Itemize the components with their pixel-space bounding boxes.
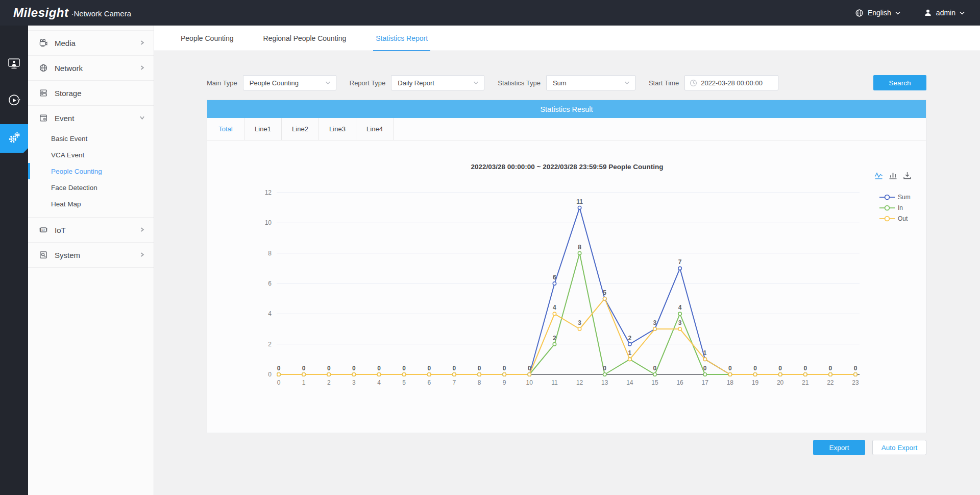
settings-icon [7, 130, 21, 147]
svg-text:0: 0 [854, 365, 857, 372]
report-type-label: Report Type [350, 79, 386, 87]
product-name: ·Network Camera [71, 9, 132, 18]
user-icon [924, 9, 932, 17]
sidebar-item-iot[interactable]: IoTIoT [28, 218, 154, 242]
main-type-label: Main Type [207, 79, 237, 87]
language-label: English [868, 9, 891, 17]
svg-text:2: 2 [553, 335, 556, 342]
svg-text:20: 20 [777, 379, 784, 386]
legend-label: Out [898, 215, 908, 222]
panel-tab-total[interactable]: Total [207, 118, 244, 140]
svg-text:0: 0 [268, 371, 272, 378]
svg-text:1: 1 [628, 349, 631, 357]
statistics-type-select[interactable]: Sum [546, 75, 635, 90]
tab-people-counting[interactable]: People Counting [166, 26, 249, 51]
svg-text:6: 6 [553, 274, 556, 281]
svg-text:6: 6 [427, 379, 431, 386]
svg-text:0: 0 [352, 365, 356, 372]
sidebar-item-event[interactable]: Event [28, 106, 154, 130]
svg-text:0: 0 [778, 365, 782, 372]
tab-regional-people-counting[interactable]: Regional People Counting [249, 26, 361, 51]
legend-item-sum[interactable]: Sum [879, 194, 911, 201]
svg-text:7: 7 [453, 379, 456, 386]
legend-item-in[interactable]: In [879, 204, 911, 211]
svg-text:0: 0 [427, 365, 431, 372]
bar-chart-icon[interactable] [889, 171, 897, 182]
legend-item-out[interactable]: Out [879, 215, 911, 222]
svg-text:3: 3 [653, 319, 657, 326]
svg-text:0: 0 [503, 365, 506, 372]
line-chart-icon[interactable] [874, 171, 883, 182]
sidebar-item-label: Storage [55, 89, 145, 98]
svg-text:1: 1 [302, 379, 306, 386]
sidebar-item-media[interactable]: Media [28, 31, 154, 55]
media-icon [39, 38, 48, 48]
sidebar-group-network: Network [28, 56, 154, 81]
svg-text:4: 4 [268, 310, 272, 317]
sidebar-subitem-face-detection[interactable]: Face Detection [28, 179, 154, 196]
panel-title: Statistics Result [207, 100, 926, 118]
chevron-right-icon [139, 250, 145, 260]
svg-text:18: 18 [727, 379, 734, 386]
tab-statistics-report[interactable]: Statistics Report [361, 26, 443, 51]
svg-text:14: 14 [626, 379, 633, 386]
export-row: Export Auto Export [207, 440, 926, 455]
statistics-type-label: Statistics Type [498, 79, 541, 87]
svg-text:16: 16 [676, 379, 683, 386]
start-time-input[interactable]: 2022-03-28 00:00:00 [684, 75, 778, 90]
sidebar-subitem-vca-event[interactable]: VCA Event [28, 147, 154, 163]
sidebar-item-storage[interactable]: Storage [28, 81, 154, 105]
sidebar-subitem-people-counting[interactable]: People Counting [28, 163, 154, 179]
svg-text:11: 11 [551, 379, 558, 386]
svg-text:0: 0 [327, 365, 331, 372]
search-button[interactable]: Search [873, 75, 926, 90]
svg-text:4: 4 [553, 304, 556, 311]
chart-title: 2022/03/28 00:00:00 ~ 2022/03/28 23:59:5… [279, 163, 855, 171]
panel-tab-line4[interactable]: Line4 [356, 118, 394, 140]
language-menu[interactable]: English [855, 9, 900, 17]
sidebar-group-iot: IoTIoT [28, 218, 154, 243]
sidebar-group-system: System [28, 243, 154, 268]
svg-text:11: 11 [576, 198, 583, 205]
export-button[interactable]: Export [813, 440, 865, 455]
legend-marker [879, 194, 895, 200]
line-tabs: TotalLine1Line2Line3Line4 [207, 118, 926, 140]
svg-text:8: 8 [268, 250, 272, 257]
panel-tab-line3[interactable]: Line3 [319, 118, 356, 140]
sidebar-subitem-basic-event[interactable]: Basic Event [28, 130, 154, 147]
report-type-select[interactable]: Daily Report [391, 75, 484, 90]
svg-text:0: 0 [753, 365, 757, 372]
start-time-value: 2022-03-28 00:00:00 [701, 79, 763, 87]
download-icon[interactable] [903, 171, 912, 182]
auto-export-button[interactable]: Auto Export [872, 440, 926, 455]
svg-text:5: 5 [603, 289, 606, 296]
settings-button[interactable] [0, 124, 28, 153]
sidebar-item-system[interactable]: System [28, 243, 154, 267]
svg-text:0: 0 [402, 365, 406, 372]
sidebar-item-network[interactable]: Network [28, 56, 154, 80]
svg-text:12: 12 [265, 189, 272, 196]
chevron-down-icon [473, 81, 479, 85]
panel-tab-line1[interactable]: Line1 [244, 118, 282, 140]
svg-text:IoT: IoT [41, 228, 45, 231]
iot-icon: IoT [39, 225, 48, 234]
chart-legend: SumInOut [879, 194, 911, 222]
user-menu[interactable]: admin [924, 9, 965, 17]
globe-icon [855, 9, 864, 17]
chevron-down-icon [624, 81, 630, 85]
svg-text:0: 0 [703, 365, 707, 372]
svg-text:19: 19 [752, 379, 759, 386]
page-tabs: People CountingRegional People CountingS… [154, 26, 980, 51]
chart-area: 0246810120123456789101112131415161718192… [207, 140, 926, 433]
sidebar-subitem-heat-map[interactable]: Heat Map [28, 196, 154, 212]
sidebar-item-label: IoT [55, 226, 133, 234]
app-header: Milesight ·Network Camera English admin [0, 0, 980, 26]
svg-text:0: 0 [728, 365, 732, 372]
svg-text:2: 2 [268, 341, 272, 348]
legend-label: In [898, 204, 903, 211]
main-type-select[interactable]: People Counting [243, 75, 336, 90]
panel-tab-line2[interactable]: Line2 [282, 118, 319, 140]
playback-button[interactable] [0, 88, 28, 114]
live-view-button[interactable] [0, 51, 28, 78]
network-icon [39, 63, 48, 73]
